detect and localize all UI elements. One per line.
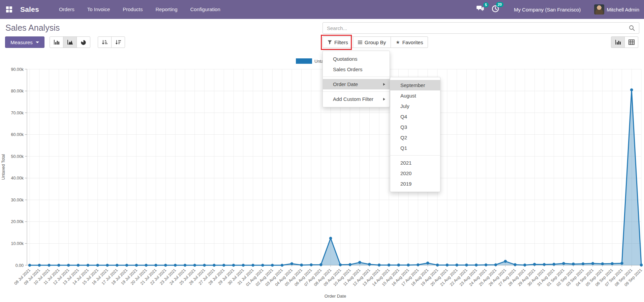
data-point[interactable] xyxy=(154,264,157,267)
data-point[interactable] xyxy=(358,261,361,264)
data-point[interactable] xyxy=(87,264,90,267)
data-point[interactable] xyxy=(378,264,381,267)
data-point[interactable] xyxy=(310,263,313,266)
navbar-menu-orders[interactable]: Orders xyxy=(53,0,81,19)
data-point[interactable] xyxy=(319,263,323,266)
data-point[interactable] xyxy=(348,263,351,266)
data-point[interactable] xyxy=(135,264,138,267)
data-point[interactable] xyxy=(290,262,294,265)
order-date-option-q1[interactable]: Q1 xyxy=(390,143,440,153)
search-icon[interactable] xyxy=(629,25,635,31)
data-point[interactable] xyxy=(261,264,264,267)
activities-button[interactable]: 20 xyxy=(492,5,499,14)
data-point[interactable] xyxy=(465,264,468,267)
data-point[interactable] xyxy=(251,264,254,267)
data-point[interactable] xyxy=(504,260,507,263)
data-point[interactable] xyxy=(562,262,565,265)
data-point[interactable] xyxy=(300,264,303,267)
data-point[interactable] xyxy=(96,264,99,267)
pie-chart-button[interactable] xyxy=(76,36,90,48)
data-point[interactable] xyxy=(106,264,109,267)
data-point[interactable] xyxy=(193,264,196,267)
order-date-option-2021[interactable]: 2021 xyxy=(390,158,440,168)
data-point[interactable] xyxy=(57,264,60,267)
order-date-option-september[interactable]: September xyxy=(390,80,440,90)
graph-view-button[interactable] xyxy=(611,36,625,48)
navbar-menu-products[interactable]: Products xyxy=(116,0,149,19)
order-date-option-july[interactable]: July xyxy=(390,101,440,111)
apps-grid-icon[interactable] xyxy=(6,6,12,12)
navbar-menu-to-invoice[interactable]: To Invoice xyxy=(81,0,117,19)
data-point[interactable] xyxy=(203,264,206,267)
filters-menu-item-order-date[interactable]: Order Date xyxy=(323,79,390,89)
bar-chart-button[interactable] xyxy=(50,36,63,48)
data-point[interactable] xyxy=(552,263,555,266)
data-point[interactable] xyxy=(184,264,187,267)
data-point[interactable] xyxy=(222,264,225,267)
data-point[interactable] xyxy=(116,264,119,267)
data-point[interactable] xyxy=(67,264,70,267)
data-point[interactable] xyxy=(281,264,284,267)
data-point[interactable] xyxy=(523,264,526,267)
data-point[interactable] xyxy=(426,262,429,265)
data-point[interactable] xyxy=(436,264,439,267)
data-point[interactable] xyxy=(494,263,497,266)
area-chart-button[interactable] xyxy=(63,36,77,48)
data-point[interactable] xyxy=(572,263,575,266)
measures-button[interactable]: Measures xyxy=(5,36,44,48)
data-point[interactable] xyxy=(591,262,594,265)
sort-ascending-button[interactable] xyxy=(98,36,112,48)
data-point[interactable] xyxy=(271,264,274,267)
order-date-option-2019[interactable]: 2019 xyxy=(390,179,440,189)
search-input[interactable] xyxy=(323,25,629,31)
order-date-option-q2[interactable]: Q2 xyxy=(390,132,440,143)
data-point[interactable] xyxy=(514,263,517,266)
data-point[interactable] xyxy=(368,263,371,266)
data-point[interactable] xyxy=(38,264,41,267)
sort-descending-button[interactable] xyxy=(111,36,125,48)
data-point[interactable] xyxy=(242,264,245,267)
data-point[interactable] xyxy=(640,264,643,267)
data-point[interactable] xyxy=(145,264,148,267)
data-point[interactable] xyxy=(125,264,128,267)
navbar-menu-reporting[interactable]: Reporting xyxy=(149,0,184,19)
data-point[interactable] xyxy=(630,88,633,91)
order-date-option-q3[interactable]: Q3 xyxy=(390,122,440,132)
navbar-menu-configuration[interactable]: Configuration xyxy=(184,0,227,19)
filters-menu-item-add-custom-filter[interactable]: Add Custom Filter xyxy=(323,94,390,104)
pivot-view-button[interactable] xyxy=(624,36,638,48)
data-point[interactable] xyxy=(475,264,478,267)
data-point[interactable] xyxy=(455,264,458,267)
data-point[interactable] xyxy=(164,264,167,267)
data-point[interactable] xyxy=(582,263,585,266)
data-point[interactable] xyxy=(213,264,216,267)
data-point[interactable] xyxy=(77,264,80,267)
group-by-button[interactable]: Group By xyxy=(353,36,391,48)
data-point[interactable] xyxy=(611,262,614,265)
data-point[interactable] xyxy=(543,263,546,266)
order-date-option-q4[interactable]: Q4 xyxy=(390,111,440,122)
filters-button[interactable]: Filters xyxy=(323,36,353,48)
data-point[interactable] xyxy=(48,264,51,267)
data-point[interactable] xyxy=(620,262,623,265)
data-point[interactable] xyxy=(232,264,235,267)
data-point[interactable] xyxy=(329,237,332,240)
order-date-option-august[interactable]: August xyxy=(390,90,440,101)
user-avatar[interactable] xyxy=(594,4,604,15)
app-name[interactable]: Sales xyxy=(20,5,39,13)
data-point[interactable] xyxy=(533,263,536,266)
filters-menu-item-quotations[interactable]: Quotations xyxy=(323,54,390,64)
user-menu[interactable]: Mitchell Admin xyxy=(607,7,639,12)
data-point[interactable] xyxy=(407,264,410,267)
data-point[interactable] xyxy=(446,264,449,267)
data-point[interactable] xyxy=(28,264,31,267)
data-point[interactable] xyxy=(174,264,177,267)
favorites-button[interactable]: ★ Favorites xyxy=(391,36,428,48)
company-switcher[interactable]: My Company (San Francisco) xyxy=(514,7,581,12)
data-point[interactable] xyxy=(339,263,342,266)
data-point[interactable] xyxy=(601,263,604,266)
data-point[interactable] xyxy=(417,263,420,266)
filters-menu-item-sales-orders[interactable]: Sales Orders xyxy=(323,64,390,75)
data-point[interactable] xyxy=(388,264,391,267)
messages-button[interactable]: 5 xyxy=(476,5,484,13)
